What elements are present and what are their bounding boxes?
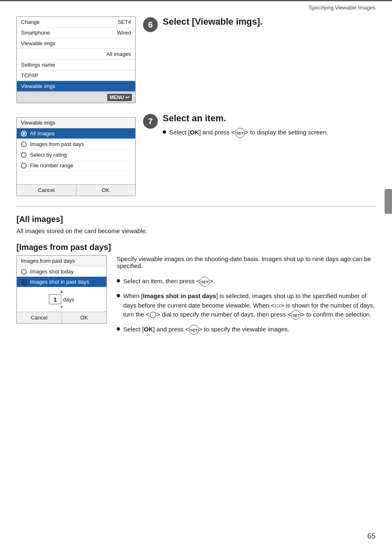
radio-item-allimages[interactable]: All images bbox=[17, 128, 135, 139]
radio-panel-title: Viewable imgs bbox=[17, 118, 135, 128]
menu-row-tcpip: TCP/IP bbox=[17, 70, 135, 81]
radio-label-allimages: All images bbox=[30, 130, 55, 137]
menu-bottom-bar: MENU ↩ bbox=[17, 92, 135, 103]
menu-label-viewable2: Viewable imgs bbox=[21, 83, 55, 89]
set-icon-1: SET bbox=[235, 128, 245, 138]
header-text: Specifying Viewable Images bbox=[309, 5, 376, 11]
past-days-panel-title: Images from past days bbox=[17, 256, 106, 266]
past-days-bullet3: Select [OK] and press <SET> to specify t… bbox=[117, 325, 376, 335]
step7-bullet1: Select [OK] and press <SET> to display t… bbox=[163, 128, 328, 138]
back-arrow: ↩ bbox=[125, 95, 129, 100]
radio-circle-shot-pastdays bbox=[21, 279, 27, 285]
radio-circle-today bbox=[21, 269, 27, 275]
past-days-bullet2-text: When [Images shot in past days] is selec… bbox=[123, 292, 376, 320]
all-images-heading: [All images] bbox=[16, 215, 376, 224]
step7-row: Viewable imgs All images Images from pas… bbox=[16, 113, 376, 196]
set-icon-4: SET bbox=[189, 325, 199, 335]
past-days-bullet1: Select an item, then press <SET>. bbox=[117, 277, 376, 287]
past-days-buttons: Cancel OK bbox=[17, 312, 106, 323]
menu-label-tcpip: TCP/IP bbox=[21, 72, 38, 79]
radio-label-pastdays: Images from past days bbox=[30, 141, 84, 147]
radio-circle-allimages bbox=[21, 131, 27, 137]
past-days-desc: Specify viewable images on the shooting-… bbox=[117, 255, 376, 269]
spacer-row bbox=[17, 171, 135, 184]
past-days-panel-container: Images from past days Images shot today … bbox=[16, 255, 107, 324]
menu-label-smartphone: Smartphone bbox=[21, 30, 50, 36]
menu-row-allimages: All images bbox=[17, 49, 135, 60]
spinner-value-row: 1 days bbox=[49, 294, 74, 304]
radio-item-shot-pastdays[interactable]: Images shot in past days bbox=[17, 277, 106, 287]
past-days-text-content: Specify viewable images on the shooting-… bbox=[117, 255, 376, 340]
radio-item-filerange[interactable]: File number range bbox=[17, 160, 135, 171]
radio-circle-filerange bbox=[21, 163, 27, 169]
radio-label-rating: Select by rating bbox=[30, 152, 67, 158]
all-images-text: All images stored on the card become vie… bbox=[16, 227, 376, 234]
past-days-bullets: Select an item, then press <SET>. When [… bbox=[117, 277, 376, 335]
menu-value-set4: SET4 bbox=[118, 19, 131, 25]
menu-btn: MENU ↩ bbox=[107, 94, 132, 101]
past-days-bullet3-text: Select [OK] and press <SET> to specify t… bbox=[123, 325, 289, 335]
radio-label-filerange: File number range bbox=[30, 162, 74, 169]
all-images-section: [All images] All images stored on the ca… bbox=[16, 215, 376, 234]
radio-panel-buttons: Cancel OK bbox=[17, 184, 135, 196]
radio-panel: Viewable imgs All images Images from pas… bbox=[16, 117, 136, 196]
menu-label-change: Change bbox=[21, 19, 40, 25]
step7-bullet1-text: Select [OK] and press <SET> to display t… bbox=[169, 128, 328, 138]
set-icon-3: SET bbox=[291, 310, 301, 320]
step6-number: 6 bbox=[143, 17, 158, 32]
radio-item-rating[interactable]: Select by rating bbox=[17, 150, 135, 160]
page-header: Specifying Viewable Images bbox=[0, 1, 392, 12]
menu-label-settingsname: Settings name bbox=[21, 62, 55, 68]
radio-circle-rating bbox=[21, 152, 27, 158]
radio-item-pastdays[interactable]: Images from past days bbox=[17, 139, 135, 150]
step7-title: Select an item. bbox=[163, 113, 328, 124]
step7-bullets: Select [OK] and press <SET> to display t… bbox=[163, 128, 328, 138]
radio-label-shot-pastdays: Images shot in past days bbox=[30, 279, 89, 285]
menu-row-change: Change SET4 bbox=[17, 17, 135, 28]
past-days-cancel-button[interactable]: Cancel bbox=[17, 312, 62, 323]
past-days-section: [Images from past days] Images from past… bbox=[16, 243, 376, 340]
radio-label-today: Images shot today bbox=[30, 268, 74, 275]
bullet-dot-1 bbox=[163, 130, 166, 134]
menu-btn-label: MENU bbox=[110, 95, 124, 100]
days-spinner: ▲ 1 days ▼ bbox=[17, 287, 106, 312]
past-days-bullet2: When [Images shot in past days] is selec… bbox=[117, 292, 376, 320]
main-content: Change SET4 Smartphone Wired Viewable im… bbox=[0, 12, 392, 356]
side-tab bbox=[385, 189, 392, 214]
step6-content: 6 Select [Viewable imgs]. bbox=[143, 16, 376, 32]
past-days-panel: Images from past days Images shot today … bbox=[16, 255, 107, 324]
menu-value-allimages: All images bbox=[106, 51, 131, 57]
step6-row: Change SET4 Smartphone Wired Viewable im… bbox=[16, 16, 376, 103]
ok-button[interactable]: OK bbox=[76, 185, 136, 196]
divider-1 bbox=[16, 206, 376, 206]
step7-content: 7 Select an item. Select [OK] and press … bbox=[143, 113, 376, 143]
menu-row-viewable1: Viewable imgs bbox=[17, 38, 135, 49]
page-number: 65 bbox=[367, 532, 376, 541]
past-days-heading: [Images from past days] bbox=[16, 243, 376, 252]
spinner-label: days bbox=[63, 296, 74, 303]
set-icon-2: SET bbox=[200, 277, 210, 287]
spinner-box[interactable]: 1 bbox=[49, 294, 61, 304]
past-days-ok-button[interactable]: OK bbox=[62, 312, 107, 323]
radio-circle-pastdays bbox=[21, 141, 27, 147]
spinner-down-arrow: ▼ bbox=[60, 305, 64, 309]
step6-panel: Change SET4 Smartphone Wired Viewable im… bbox=[16, 16, 136, 103]
cancel-button[interactable]: Cancel bbox=[17, 185, 76, 196]
step7-panel: Viewable imgs All images Images from pas… bbox=[16, 113, 136, 196]
spinner-up-arrow: ▲ bbox=[60, 289, 64, 294]
past-days-content: Images from past days Images shot today … bbox=[16, 255, 376, 340]
bullet-dot-pd1 bbox=[117, 279, 120, 282]
menu-label-viewable1: Viewable imgs bbox=[21, 40, 55, 46]
past-days-bullet1-text: Select an item, then press <SET>. bbox=[123, 277, 215, 287]
menu-row-settingsname: Settings name bbox=[17, 60, 135, 70]
menu-row-viewable2[interactable]: Viewable imgs bbox=[17, 81, 135, 92]
bullet-dot-pd3 bbox=[117, 327, 120, 331]
menu-panel: Change SET4 Smartphone Wired Viewable im… bbox=[16, 16, 136, 103]
radio-item-shot-today[interactable]: Images shot today bbox=[17, 266, 106, 277]
menu-row-smartphone: Smartphone Wired bbox=[17, 28, 135, 38]
step7-number: 7 bbox=[143, 114, 158, 129]
step6-title: Select [Viewable imgs]. bbox=[163, 16, 263, 27]
menu-value-wired: Wired bbox=[117, 30, 131, 36]
bullet-dot-pd2 bbox=[117, 294, 120, 297]
